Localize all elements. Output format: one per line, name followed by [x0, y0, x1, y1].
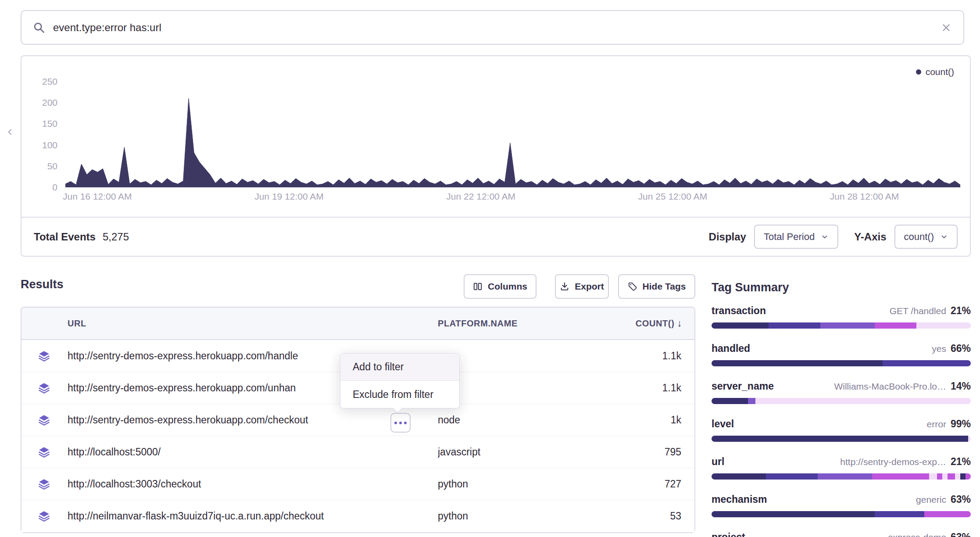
y-tick-label: 100 [21, 140, 57, 151]
tag-summary-title: Tag Summary [712, 281, 971, 294]
stack-icon [21, 446, 68, 458]
export-button[interactable]: Export [555, 274, 609, 299]
tag-top-value: generic [916, 494, 946, 505]
tag-distribution-bar[interactable] [712, 360, 971, 366]
tag-percent: 21% [951, 305, 971, 317]
tag-distribution-bar[interactable] [712, 398, 971, 404]
events-area-chart[interactable] [65, 73, 960, 187]
total-events-label: Total Events [34, 231, 96, 243]
discover-page: count() 250200150100500 Jun 16 12:00 AMJ… [0, 0, 980, 537]
url-cell[interactable]: http://localhost:5000/ [68, 446, 438, 458]
tag-icon [628, 282, 637, 291]
y-axis-dropdown-value: count() [904, 231, 934, 243]
tag-top-value: GET /handled [890, 306, 946, 316]
tag-row: server_nameWilliams-MacBook-Pro.lo…14% [712, 380, 971, 404]
count-cell: 1.1k [608, 350, 694, 362]
tag-percent: 14% [951, 380, 971, 392]
panel-collapse-icon[interactable] [4, 126, 16, 138]
tag-row: transactionGET /handled21% [712, 305, 971, 329]
tag-top-value: error [927, 419, 946, 430]
tag-name: url [712, 456, 724, 468]
stack-icon [21, 414, 68, 426]
y-tick-label: 50 [21, 161, 57, 172]
tag-summary: Tag Summary transactionGET /handled21%ha… [712, 281, 971, 537]
search-bar [21, 10, 964, 45]
tag-percent: 66% [951, 343, 971, 354]
columns-button-label: Columns [488, 281, 527, 292]
menu-item-add-to-filter[interactable]: Add to filter [340, 354, 459, 381]
platform-cell: python [438, 510, 608, 522]
search-icon [33, 21, 45, 34]
events-chart-panel: count() 250200150100500 Jun 16 12:00 AMJ… [21, 55, 971, 257]
tag-name: transaction [712, 305, 766, 317]
table-row[interactable]: http://sentry-demos-express.herokuapp.co… [21, 404, 694, 436]
display-dropdown-value: Total Period [764, 231, 815, 243]
count-cell: 795 [608, 446, 694, 458]
chevron-down-icon [821, 233, 829, 241]
count-cell: 53 [608, 510, 694, 522]
column-header-platform[interactable]: PLATFORM.NAME [438, 319, 608, 329]
column-header-url[interactable]: URL [68, 319, 438, 329]
count-cell: 1.1k [608, 382, 694, 394]
hide-tags-button-label: Hide Tags [643, 281, 686, 292]
tag-top-value: http://sentry-demos-exp… [840, 457, 946, 467]
tag-name: server_name [712, 380, 774, 392]
tag-distribution-bar[interactable] [712, 511, 971, 517]
y-tick-label: 200 [21, 97, 57, 108]
url-cell[interactable]: http://localhost:3003/checkout [68, 478, 438, 490]
platform-cell: python [438, 478, 608, 490]
total-events-value: 5,275 [103, 231, 129, 243]
tag-name: level [712, 418, 734, 430]
count-cell: 727 [608, 478, 694, 490]
column-header-count[interactable]: COUNT() ↓ [608, 318, 694, 329]
results-table: URL PLATFORM.NAME COUNT() ↓ http://sentr… [21, 307, 695, 533]
tag-list: transactionGET /handled21%handledyes66%s… [712, 305, 971, 537]
x-tick-label: Jun 25 12:00 AM [624, 191, 721, 202]
stack-icon [21, 510, 68, 522]
tag-distribution-bar[interactable] [712, 473, 971, 480]
tag-row: projectexpress-demo63% [712, 531, 971, 537]
tag-name: project [712, 531, 745, 537]
table-row[interactable]: http://neilmanvar-flask-m3uuizd7iq-uc.a.… [21, 500, 694, 532]
y-tick-label: 250 [21, 76, 57, 87]
cell-actions-trigger[interactable] [390, 413, 411, 433]
table-row[interactable]: http://localhost:5000/javascript795 [21, 436, 694, 468]
menu-item-exclude-from-filter[interactable]: Exclude from filter [340, 381, 459, 408]
table-row[interactable]: http://localhost:3003/checkoutpython727 [21, 468, 694, 500]
export-icon [560, 282, 569, 291]
cell-action-menu: Add to filter Exclude from filter [340, 353, 460, 408]
tag-distribution-bar[interactable] [712, 322, 971, 329]
x-tick-label: Jun 16 12:00 AM [49, 191, 146, 202]
tag-top-value: Williams-MacBook-Pro.lo… [834, 381, 946, 392]
tag-percent: 21% [951, 456, 971, 468]
tag-row: levelerror99% [712, 418, 971, 442]
url-cell[interactable]: http://neilmanvar-flask-m3uuizd7iq-uc.a.… [68, 510, 438, 522]
export-button-label: Export [575, 281, 604, 292]
tag-distribution-bar[interactable] [712, 436, 971, 442]
sort-desc-icon: ↓ [677, 318, 682, 329]
display-dropdown[interactable]: Total Period [754, 225, 838, 249]
tag-name: handled [712, 343, 750, 354]
tag-row: urlhttp://sentry-demos-exp…21% [712, 456, 971, 480]
display-label: Display [709, 231, 746, 243]
tag-row: handledyes66% [712, 343, 971, 366]
y-axis-dropdown[interactable]: count() [894, 225, 958, 249]
hide-tags-button[interactable]: Hide Tags [618, 274, 695, 299]
url-cell[interactable]: http://sentry-demos-express.herokuapp.co… [68, 414, 438, 426]
tag-percent: 99% [951, 418, 971, 430]
chart-footer: Total Events 5,275 Display Total Period … [21, 217, 970, 256]
clear-search-icon[interactable] [941, 22, 952, 33]
stack-icon [21, 350, 68, 362]
tag-top-value: express-demo [888, 532, 946, 537]
tag-percent: 63% [951, 494, 971, 505]
platform-cell: node [438, 414, 608, 426]
x-tick-label: Jun 19 12:00 AM [241, 191, 337, 202]
tag-row: mechanismgeneric63% [712, 494, 971, 517]
search-input[interactable] [53, 21, 933, 34]
columns-button[interactable]: Columns [464, 274, 536, 299]
y-tick-label: 150 [21, 118, 57, 129]
platform-cell: javascript [438, 446, 608, 458]
columns-icon [473, 282, 483, 291]
count-cell: 1k [608, 414, 694, 426]
stack-icon [21, 478, 68, 490]
